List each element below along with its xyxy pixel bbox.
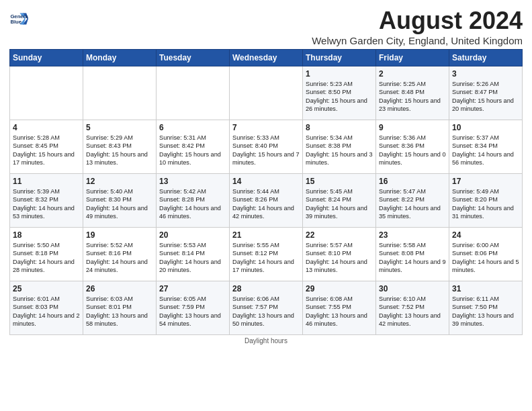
day-number: 26: [86, 284, 153, 293]
week-row-5: 25Sunrise: 6:01 AM Sunset: 8:03 PM Dayli…: [10, 281, 523, 335]
day-cell: 12Sunrise: 5:40 AM Sunset: 8:30 PM Dayli…: [83, 174, 157, 228]
page: General Blue August 2024 Welwyn Garden C…: [0, 0, 532, 411]
day-info: Sunrise: 5:47 AM Sunset: 8:22 PM Dayligh…: [379, 187, 446, 221]
day-cell: 21Sunrise: 5:55 AM Sunset: 8:12 PM Dayli…: [230, 228, 303, 281]
col-header-friday: Friday: [376, 50, 449, 66]
day-info: Sunrise: 6:08 AM Sunset: 7:55 PM Dayligh…: [306, 295, 373, 328]
col-header-thursday: Thursday: [303, 50, 376, 66]
day-info: Sunrise: 5:31 AM Sunset: 8:42 PM Dayligh…: [159, 134, 226, 167]
day-info: Sunrise: 5:25 AM Sunset: 8:48 PM Dayligh…: [379, 80, 446, 113]
day-info: Sunrise: 5:45 AM Sunset: 8:24 PM Dayligh…: [306, 187, 373, 221]
week-row-4: 18Sunrise: 5:50 AM Sunset: 8:18 PM Dayli…: [10, 228, 523, 281]
day-cell: 22Sunrise: 5:57 AM Sunset: 8:10 PM Dayli…: [303, 228, 376, 281]
col-header-monday: Monday: [83, 50, 157, 66]
footer: Daylight hours: [9, 337, 523, 345]
week-row-1: 1Sunrise: 5:23 AM Sunset: 8:50 PM Daylig…: [10, 66, 523, 120]
day-number: 13: [159, 177, 226, 186]
day-info: Sunrise: 5:26 AM Sunset: 8:47 PM Dayligh…: [452, 80, 519, 113]
day-cell: 14Sunrise: 5:44 AM Sunset: 8:26 PM Dayli…: [230, 174, 303, 228]
day-number: 5: [86, 123, 153, 132]
day-cell: 10Sunrise: 5:37 AM Sunset: 8:34 PM Dayli…: [449, 120, 523, 174]
day-info: Sunrise: 6:11 AM Sunset: 7:50 PM Dayligh…: [452, 295, 519, 328]
logo-icon: General Blue: [9, 9, 28, 28]
day-cell: 6Sunrise: 5:31 AM Sunset: 8:42 PM Daylig…: [157, 120, 230, 174]
day-number: 7: [232, 123, 300, 132]
logo: General Blue: [9, 9, 31, 28]
day-cell: 25Sunrise: 6:01 AM Sunset: 8:03 PM Dayli…: [10, 281, 83, 335]
day-info: Sunrise: 5:42 AM Sunset: 8:28 PM Dayligh…: [159, 187, 226, 221]
day-cell: 11Sunrise: 5:39 AM Sunset: 8:32 PM Dayli…: [10, 174, 83, 228]
day-cell: 29Sunrise: 6:08 AM Sunset: 7:55 PM Dayli…: [303, 281, 376, 335]
day-number: 16: [379, 177, 446, 186]
week-row-3: 11Sunrise: 5:39 AM Sunset: 8:32 PM Dayli…: [10, 174, 523, 228]
day-cell: 2Sunrise: 5:25 AM Sunset: 8:48 PM Daylig…: [376, 66, 449, 120]
day-number: 2: [379, 69, 446, 79]
day-info: Sunrise: 5:49 AM Sunset: 8:20 PM Dayligh…: [452, 187, 519, 221]
header-row: SundayMondayTuesdayWednesdayThursdayFrid…: [10, 50, 523, 66]
day-cell: 9Sunrise: 5:36 AM Sunset: 8:36 PM Daylig…: [376, 120, 449, 174]
day-info: Sunrise: 5:53 AM Sunset: 8:14 PM Dayligh…: [159, 241, 226, 275]
day-cell: 1Sunrise: 5:23 AM Sunset: 8:50 PM Daylig…: [303, 66, 376, 120]
day-number: 23: [379, 230, 446, 240]
day-info: Sunrise: 5:52 AM Sunset: 8:16 PM Dayligh…: [86, 241, 153, 275]
day-info: Sunrise: 5:39 AM Sunset: 8:32 PM Dayligh…: [13, 187, 80, 221]
day-number: 8: [306, 123, 373, 132]
day-number: 12: [86, 177, 153, 186]
day-cell: 28Sunrise: 6:06 AM Sunset: 7:57 PM Dayli…: [230, 281, 303, 335]
day-info: Sunrise: 6:06 AM Sunset: 7:57 PM Dayligh…: [232, 295, 300, 328]
day-number: 29: [306, 284, 373, 293]
day-info: Sunrise: 5:40 AM Sunset: 8:30 PM Dayligh…: [86, 187, 153, 221]
day-number: 19: [86, 230, 153, 240]
day-number: 20: [159, 230, 226, 240]
day-number: 6: [159, 123, 226, 132]
day-cell: 23Sunrise: 5:58 AM Sunset: 8:08 PM Dayli…: [376, 228, 449, 281]
day-info: Sunrise: 5:58 AM Sunset: 8:08 PM Dayligh…: [379, 241, 446, 275]
day-info: Sunrise: 5:28 AM Sunset: 8:45 PM Dayligh…: [13, 134, 80, 167]
day-cell: 30Sunrise: 6:10 AM Sunset: 7:52 PM Dayli…: [376, 281, 449, 335]
location-title: Welwyn Garden City, England, United King…: [312, 35, 523, 46]
day-cell: 4Sunrise: 5:28 AM Sunset: 8:45 PM Daylig…: [10, 120, 83, 174]
day-number: 21: [232, 230, 300, 240]
day-info: Sunrise: 5:37 AM Sunset: 8:34 PM Dayligh…: [452, 134, 519, 167]
day-number: 18: [13, 230, 80, 240]
day-cell: 7Sunrise: 5:33 AM Sunset: 8:40 PM Daylig…: [230, 120, 303, 174]
day-info: Sunrise: 6:10 AM Sunset: 7:52 PM Dayligh…: [379, 295, 446, 328]
day-info: Sunrise: 5:33 AM Sunset: 8:40 PM Dayligh…: [232, 134, 300, 167]
header: General Blue August 2024 Welwyn Garden C…: [9, 7, 523, 46]
col-header-saturday: Saturday: [449, 50, 523, 66]
day-number: 9: [379, 123, 446, 132]
day-cell: [157, 66, 230, 120]
day-info: Sunrise: 5:34 AM Sunset: 8:38 PM Dayligh…: [306, 134, 373, 167]
day-cell: [10, 66, 83, 120]
svg-text:General: General: [10, 13, 28, 19]
day-number: 27: [159, 284, 226, 293]
day-cell: 17Sunrise: 5:49 AM Sunset: 8:20 PM Dayli…: [449, 174, 523, 228]
day-cell: 15Sunrise: 5:45 AM Sunset: 8:24 PM Dayli…: [303, 174, 376, 228]
day-number: 11: [13, 177, 80, 186]
day-number: 25: [13, 284, 80, 293]
day-cell: 24Sunrise: 6:00 AM Sunset: 8:06 PM Dayli…: [449, 228, 523, 281]
col-header-sunday: Sunday: [10, 50, 83, 66]
day-cell: 31Sunrise: 6:11 AM Sunset: 7:50 PM Dayli…: [449, 281, 523, 335]
day-number: 17: [452, 177, 519, 186]
day-number: 15: [306, 177, 373, 186]
day-cell: 20Sunrise: 5:53 AM Sunset: 8:14 PM Dayli…: [157, 228, 230, 281]
day-info: Sunrise: 6:01 AM Sunset: 8:03 PM Dayligh…: [13, 295, 80, 328]
day-number: 22: [306, 230, 373, 240]
day-number: 4: [13, 123, 80, 132]
day-info: Sunrise: 6:05 AM Sunset: 7:59 PM Dayligh…: [159, 295, 226, 328]
day-number: 31: [452, 284, 519, 293]
day-cell: 3Sunrise: 5:26 AM Sunset: 8:47 PM Daylig…: [449, 66, 523, 120]
day-cell: 27Sunrise: 6:05 AM Sunset: 7:59 PM Dayli…: [157, 281, 230, 335]
day-info: Sunrise: 5:44 AM Sunset: 8:26 PM Dayligh…: [232, 187, 300, 221]
day-cell: 18Sunrise: 5:50 AM Sunset: 8:18 PM Dayli…: [10, 228, 83, 281]
day-cell: 5Sunrise: 5:29 AM Sunset: 8:43 PM Daylig…: [83, 120, 157, 174]
week-row-2: 4Sunrise: 5:28 AM Sunset: 8:45 PM Daylig…: [10, 120, 523, 174]
day-cell: [230, 66, 303, 120]
col-header-wednesday: Wednesday: [230, 50, 303, 66]
day-cell: [83, 66, 157, 120]
col-header-tuesday: Tuesday: [157, 50, 230, 66]
day-number: 1: [306, 69, 373, 79]
day-info: Sunrise: 6:03 AM Sunset: 8:01 PM Dayligh…: [86, 295, 153, 328]
day-info: Sunrise: 5:57 AM Sunset: 8:10 PM Dayligh…: [306, 241, 373, 275]
